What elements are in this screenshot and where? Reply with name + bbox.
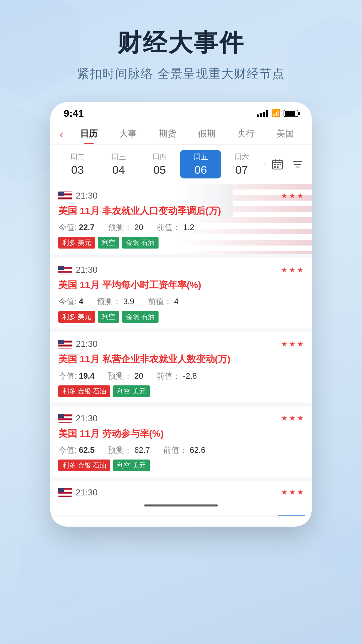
us-flag-3: [58, 340, 72, 348]
date-item-wed[interactable]: 周三 04: [98, 152, 139, 176]
page-title: 财经大事件: [20, 27, 342, 59]
event-4-forecast: 预测： 62.7: [108, 445, 150, 455]
event-1-current: 今值: 22.7: [58, 222, 95, 233]
filter-tool-icon[interactable]: [290, 157, 305, 172]
date-selector: 周二 03 周三 04 周四 05 周五 06 周六 07 ·: [50, 145, 312, 184]
event-1-forecast: 预测： 20: [108, 222, 143, 233]
event-3-title: 美国 11月 私营企业非农就业人数变动(万): [58, 353, 304, 366]
svg-rect-8: [277, 166, 279, 168]
svg-rect-4: [274, 164, 276, 165]
event-4-stats: 今值: 62.5 预测： 62.7 前值： 62.6: [58, 445, 304, 455]
date-item-tue[interactable]: 周二 03: [57, 152, 98, 176]
tag-1-2: 利空: [98, 237, 119, 249]
event-3-tags: 利多 金银 石油 利空 美元: [58, 385, 304, 397]
tab-calendar[interactable]: 日历: [69, 124, 109, 144]
event-3-header: 21:30 ★ ★ ★: [58, 339, 304, 349]
event-2-forecast: 预测： 3.9: [97, 296, 134, 307]
event-4-prev: 前值： 62.6: [163, 445, 205, 455]
us-flag-5: [58, 488, 72, 497]
phone-mockup: 9:41 📶 ‹ 日历 大事 期货 假期: [50, 102, 312, 527]
date-item-sat[interactable]: 周六 07: [221, 152, 262, 176]
date-item-thu[interactable]: 周四 05: [139, 152, 180, 176]
event-card-3[interactable]: 21:30 ★ ★ ★ 美国 11月 私营企业非农就业人数变动(万) 今值: 1…: [50, 332, 312, 402]
date-tools: [270, 157, 305, 172]
event-card-1[interactable]: 21:30 ★ ★ ★ 美国 11月 非农就业人口变动季调后(万) 今值: 22…: [50, 184, 312, 254]
tab-futures[interactable]: 期货: [148, 124, 187, 144]
tag-3-2: 利空 美元: [113, 385, 150, 397]
event-2-stars: ★ ★ ★: [281, 266, 304, 274]
event-1-title: 美国 11月 非农就业人口变动季调后(万): [58, 204, 304, 217]
tab-usa[interactable]: 美国: [266, 124, 305, 144]
event-2-tags: 利多 美元 利空 金银 石油: [58, 311, 304, 323]
status-icons: 📶: [257, 109, 298, 118]
event-1-prev: 前值： 1.2: [157, 222, 194, 233]
svg-rect-7: [274, 166, 276, 168]
event-3-forecast: 预测： 20: [108, 371, 143, 381]
event-1-tags: 利多 美元 利空 金银 石油: [58, 237, 304, 249]
event-2-meta: 21:30: [58, 265, 98, 275]
event-list: 21:30 ★ ★ ★ 美国 11月 非农就业人口变动季调后(万) 今值: 22…: [50, 184, 312, 511]
event-4-title: 美国 11月 劳动参与率(%): [58, 427, 304, 440]
event-2-stats: 今值: 4 预测： 3.9 前值： 4: [58, 296, 304, 307]
tag-2-1: 利多 美元: [58, 311, 95, 323]
event-3-current: 今值: 19.4: [58, 371, 95, 381]
tag-3-1: 利多 金银 石油: [58, 385, 110, 397]
tag-2-2: 利空: [98, 311, 119, 323]
event-3-stars: ★ ★ ★: [281, 340, 304, 348]
event-1-meta: 21:30: [58, 191, 98, 201]
event-4-meta: 21:30: [58, 413, 98, 424]
event-4-stars: ★ ★ ★: [281, 414, 304, 423]
event-2-header: 21:30 ★ ★ ★: [58, 265, 304, 275]
status-bar: 9:41 📶: [50, 102, 312, 122]
event-1-stars: ★ ★ ★: [281, 192, 304, 200]
event-5-stars: ★ ★ ★: [281, 488, 304, 497]
tag-1-3: 金银 石油: [122, 237, 159, 249]
event-3-meta: 21:30: [58, 339, 98, 349]
event-1-header: 21:30 ★ ★ ★: [58, 191, 304, 201]
back-button[interactable]: ‹: [57, 128, 66, 141]
tag-1-1: 利多 美元: [58, 237, 95, 249]
event-4-current: 今值: 62.5: [58, 445, 95, 455]
page-subtitle: 紧扣时间脉络 全景呈现重大财经节点: [20, 66, 342, 82]
event-5-meta: 21:30: [58, 487, 98, 498]
tab-central-bank[interactable]: 央行: [227, 124, 266, 144]
tag-4-1: 利多 金银 石油: [58, 460, 110, 471]
event-4-time: 21:30: [76, 413, 98, 424]
status-time: 9:41: [64, 108, 84, 119]
event-2-title: 美国 11月 平均每小时工资年率(%): [58, 278, 304, 291]
event-card-5[interactable]: 21:30 ★ ★ ★: [50, 481, 312, 511]
event-card-2[interactable]: 21:30 ★ ★ ★ 美国 11月 平均每小时工资年率(%) 今值: 4 预测…: [50, 258, 312, 328]
svg-rect-6: [280, 164, 281, 165]
calendar-tool-icon[interactable]: [270, 157, 285, 172]
event-3-time: 21:30: [76, 339, 98, 349]
event-4-tags: 利多 金银 石油 利空 美元: [58, 460, 304, 471]
tab-holidays[interactable]: 假期: [187, 124, 226, 144]
event-1-time: 21:30: [76, 191, 98, 201]
us-flag-4: [58, 414, 72, 423]
tag-2-3: 金银 石油: [122, 311, 159, 323]
tab-events[interactable]: 大事: [109, 124, 148, 144]
event-2-time: 21:30: [76, 265, 98, 275]
event-1-stats: 今值: 22.7 预测： 20 前值： 1.2: [58, 222, 304, 233]
event-2-current: 今值: 4: [58, 296, 83, 307]
us-flag-2: [58, 266, 72, 274]
svg-rect-5: [277, 164, 279, 165]
wifi-icon: 📶: [271, 109, 280, 118]
event-2-prev: 前值： 4: [148, 296, 179, 307]
tag-4-2: 利空 美元: [113, 460, 150, 471]
page-header: 财经大事件 紧扣时间脉络 全景呈现重大财经节点: [0, 0, 362, 96]
event-4-header: 21:30 ★ ★ ★: [58, 413, 304, 424]
us-flag-1: [58, 192, 72, 200]
nav-tabs: ‹ 日历 大事 期货 假期 央行 美国: [50, 122, 312, 145]
event-5-header: 21:30 ★ ★ ★: [58, 487, 304, 498]
date-item-fri[interactable]: 周五 06: [180, 150, 221, 178]
event-3-stats: 今值: 19.4 预测： 20 前值： -2.8: [58, 371, 304, 381]
event-card-4[interactable]: 21:30 ★ ★ ★ 美国 11月 劳动参与率(%) 今值: 62.5 预测：…: [50, 407, 312, 477]
event-3-prev: 前值： -2.8: [157, 371, 197, 381]
event-5-time: 21:30: [76, 487, 98, 498]
battery-icon: [284, 110, 298, 117]
signal-icon: [257, 110, 268, 117]
